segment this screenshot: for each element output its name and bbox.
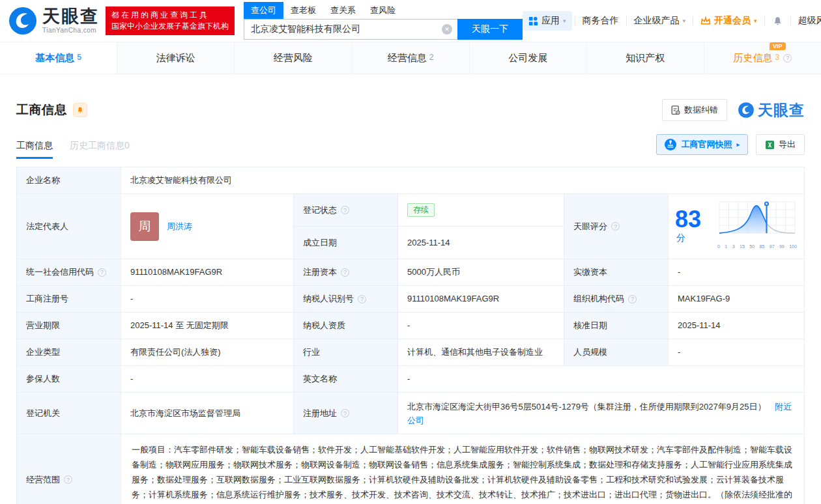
apps-grid-icon xyxy=(528,16,538,26)
reg-status-label: 登记状态 xyxy=(303,204,337,217)
reg-authority-value: 北京市海淀区市场监督管理局 xyxy=(121,393,294,434)
score-distribution-chart: 01 315 5085 9799 100 xyxy=(717,199,798,253)
apps-menu[interactable]: 应用 ▾ xyxy=(523,11,572,31)
search-tab-company[interactable]: 查公司 xyxy=(244,2,283,19)
search-tab-boss[interactable]: 查老板 xyxy=(283,2,323,19)
english-name-label: 英文名称 xyxy=(294,366,398,392)
score-label-cell: 天眼评分 ? xyxy=(564,194,669,259)
open-vip-menu[interactable]: 开通会员 ▾ xyxy=(693,15,764,27)
org-code-label-cell: 组织机构代码 ? xyxy=(564,286,669,312)
legal-rep-value: 周 周洪涛 xyxy=(121,194,294,259)
business-scope-label-cell: 经营范围 ? xyxy=(17,434,121,504)
question-icon[interactable]: ? xyxy=(611,222,620,231)
reg-capital-value: 5000万人民币 xyxy=(398,259,564,285)
notifications-button[interactable] xyxy=(765,16,790,27)
tab-operation-risk[interactable]: 经营风险 xyxy=(235,42,352,74)
tab-label: 经营风险 xyxy=(274,52,313,64)
taxpayer-quality-label: 纳税人资质 xyxy=(294,313,398,339)
stamp-icon xyxy=(665,139,676,150)
company-type-value: 有限责任公司(法人独资) xyxy=(121,339,294,365)
table-row-insured-count: 参保人数 - 英文名称 - xyxy=(17,366,804,393)
tab-label: 法律诉讼 xyxy=(156,52,195,64)
bell-icon xyxy=(772,16,783,27)
insured-count-value: - xyxy=(121,366,294,392)
reg-capital-label: 注册资本 xyxy=(303,266,337,279)
search-tabs: 查公司 查老板 查关系 查风险 xyxy=(244,2,523,19)
legal-rep-link[interactable]: 周洪涛 xyxy=(167,220,192,233)
avatar[interactable]: 周 xyxy=(130,212,159,241)
section-title: 工商信息 xyxy=(16,102,67,119)
tab-count: 5 xyxy=(77,53,81,62)
data-correction-button[interactable]: 数据纠错 xyxy=(662,99,727,121)
tab-label: 知识产权 xyxy=(626,52,665,64)
business-coop-link[interactable]: 商务合作 xyxy=(575,15,626,27)
question-icon[interactable]: ? xyxy=(628,295,637,303)
staff-size-label: 人员规模 xyxy=(564,339,669,365)
credit-code-value: 91110108MAK19FAG9R xyxy=(121,259,294,285)
staff-size-value: - xyxy=(669,339,804,365)
search-input[interactable] xyxy=(244,19,457,40)
question-icon[interactable]: ? xyxy=(98,268,106,277)
enterprise-products-menu[interactable]: 企业级产品 ▾ xyxy=(627,15,693,27)
insured-count-label: 参保人数 xyxy=(17,366,121,392)
question-icon[interactable]: ? xyxy=(358,295,366,303)
coop-label: 商务合作 xyxy=(583,15,619,27)
table-row-legal-rep: 法定代表人 周 周洪涛 登记状态 ? 存续 成立日期 xyxy=(17,194,804,259)
search-tab-risk[interactable]: 查风险 xyxy=(363,2,403,19)
tab-company-development[interactable]: 公司发展 xyxy=(470,42,587,74)
table-row-credit-code: 统一社会信用代码 ? 91110108MAK19FAG9R 注册资本 ? 500… xyxy=(17,259,804,286)
reg-number-label: 工商注册号 xyxy=(17,286,121,312)
search-tab-relation[interactable]: 查关系 xyxy=(323,2,363,19)
subscribe-bell-button[interactable] xyxy=(73,103,87,117)
clear-icon[interactable]: ✕ xyxy=(442,24,452,35)
super-risk-menu[interactable]: 超级风... ▾ xyxy=(791,15,821,27)
reg-number-value: - xyxy=(121,286,294,312)
tab-label: 历史信息 xyxy=(734,52,773,64)
vip-label: 开通会员 xyxy=(714,15,751,27)
legal-rep-label: 法定代表人 xyxy=(17,194,121,259)
tab-label: 公司发展 xyxy=(508,52,547,64)
tab-operation-info[interactable]: 经营信息 2 xyxy=(352,42,469,74)
table-row-reg-authority: 登记机关 北京市海淀区市场监督管理局 注册地址 ? 北京市海淀区海淀大街甲36号… xyxy=(17,393,804,434)
score-unit: 分 xyxy=(676,232,685,243)
enterprise-label: 企业级产品 xyxy=(634,15,680,27)
search-button[interactable]: 天眼一下 xyxy=(457,19,523,40)
official-snapshot-button[interactable]: 工商官网快照 ▸ xyxy=(656,134,748,155)
document-edit-icon xyxy=(671,105,680,115)
taxpayer-id-label-cell: 纳税人识别号 ? xyxy=(294,286,398,312)
status-badge: 存续 xyxy=(407,203,435,217)
slogan-line1: 都在用的商业查询工具 xyxy=(111,10,229,21)
subtab-history-business-info[interactable]: 历史工商信息0 xyxy=(70,140,130,159)
question-icon[interactable]: ? xyxy=(341,206,349,214)
main-content: 工商信息 数据纠错 xyxy=(0,99,821,504)
chevron-down-icon: ▾ xyxy=(563,18,566,24)
export-button[interactable]: 导出 xyxy=(756,134,805,155)
tab-basic-info[interactable]: 基本信息 5 xyxy=(0,42,117,74)
paid-capital-label: 实缴资本 xyxy=(564,259,669,285)
tab-history-info[interactable]: 历史信息 VIP 3 ? xyxy=(704,42,821,74)
reg-address-value: 北京市海淀区海淀大街甲36号5层5014号-1279号（集群注册，住所使用期限到… xyxy=(398,393,804,434)
logo-domain: TianYanCha.com xyxy=(42,27,99,34)
super-risk-label: 超级风... xyxy=(798,15,821,27)
question-icon[interactable]: ? xyxy=(341,268,349,277)
watermark-text: 天眼查 xyxy=(758,100,805,120)
score-label: 天眼评分 xyxy=(573,220,607,233)
company-type-label: 企业类型 xyxy=(17,339,121,365)
tianyancha-logo[interactable]: 天眼查 TianYanCha.com xyxy=(8,6,99,36)
table-row-business-term: 营业期限 2025-11-14 至 无固定期限 纳税人资质 - 核准日期 202… xyxy=(17,313,804,339)
tianyancha-watermark: 天眼查 xyxy=(738,100,805,120)
question-icon[interactable]: ? xyxy=(783,54,792,63)
question-icon[interactable]: ? xyxy=(64,475,72,484)
slogan-badge: 都在用的商业查询工具 国家中小企业发展子基金旗下机构 xyxy=(106,7,235,35)
question-icon[interactable]: ? xyxy=(341,409,349,417)
reg-status-label-cell: 登记状态 ? xyxy=(294,194,398,226)
tab-legal-litigation[interactable]: 法律诉讼 xyxy=(117,42,235,74)
approval-date-value: 2025-11-14 xyxy=(669,313,804,339)
tab-count: 3 xyxy=(775,53,780,62)
subtab-business-info[interactable]: 工商信息 xyxy=(16,140,53,159)
english-name-value: - xyxy=(398,366,804,392)
logo-text: 天眼查 xyxy=(42,8,99,25)
taxpayer-quality-value: - xyxy=(398,313,564,339)
tab-intellectual-property[interactable]: 知识产权 xyxy=(587,42,704,74)
vip-badge: VIP xyxy=(770,42,786,50)
